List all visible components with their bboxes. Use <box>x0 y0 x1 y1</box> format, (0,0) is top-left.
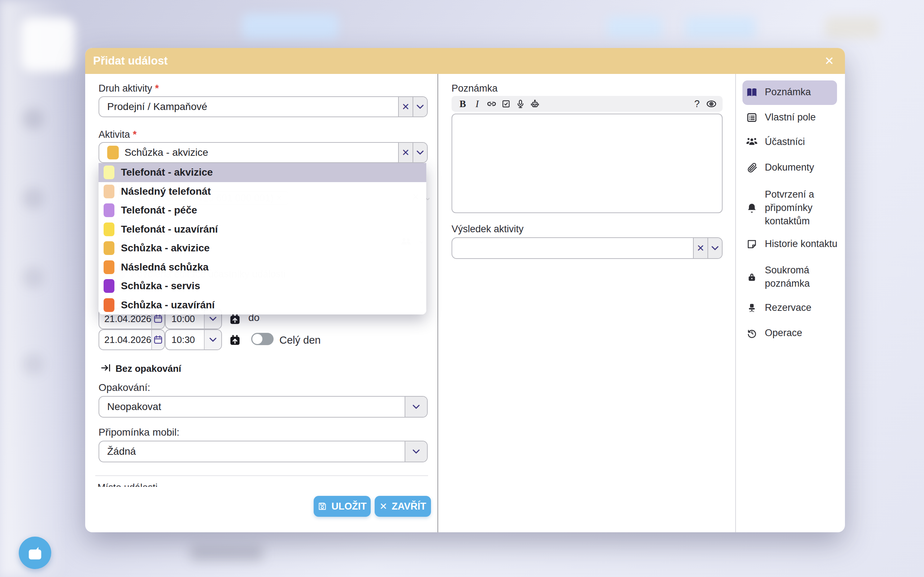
result-dropdown-button[interactable] <box>708 238 722 258</box>
bold-button[interactable]: B <box>457 98 469 110</box>
book-open-icon <box>745 86 759 98</box>
option-color-swatch <box>103 241 115 255</box>
link-button[interactable] <box>485 98 498 110</box>
calendar-icon <box>153 335 163 345</box>
paperclip-icon <box>745 162 759 174</box>
calendar-icon <box>153 314 163 324</box>
dropdown-option[interactable]: Telefonát - akvizice <box>99 163 426 182</box>
time-to-dropdown-button[interactable] <box>204 330 221 350</box>
dropdown-option[interactable]: Schůzka - uzavírání <box>99 296 426 315</box>
ai-assistant-button[interactable] <box>529 98 541 110</box>
date-to-value: 21.04.2026 <box>99 330 151 350</box>
clear-x-icon: ✕ <box>402 147 410 158</box>
chevron-down-icon <box>209 337 217 342</box>
option-color-swatch <box>103 185 115 198</box>
dropdown-option[interactable]: Následná schůzka <box>99 258 426 277</box>
background-toolbar-blob-3 <box>685 16 756 38</box>
option-color-swatch <box>103 260 115 274</box>
eye-icon <box>706 98 717 109</box>
sidebar-item-ucastnici[interactable]: Účastníci <box>745 135 922 148</box>
aktivita-value-wrap: Schůzka - akvizice <box>99 143 398 162</box>
sidebar-item-rezervace[interactable]: Rezervace <box>745 301 922 314</box>
preview-button[interactable] <box>705 98 717 110</box>
result-select[interactable]: ✕ <box>452 237 723 259</box>
chat-launcher-button[interactable] <box>19 537 51 569</box>
chevron-down-icon <box>416 150 424 155</box>
reminder-label: Připomínka mobil: <box>99 427 179 438</box>
repeat-dropdown-button[interactable] <box>405 397 427 417</box>
lock-icon <box>745 272 759 282</box>
dropdown-option[interactable]: Následný telefonát <box>99 182 426 201</box>
option-color-swatch <box>103 298 115 312</box>
close-x-icon: ✕ <box>380 501 387 512</box>
reminder-value: Žádná <box>99 442 405 462</box>
repeat-select[interactable]: Neopakovat <box>99 396 428 417</box>
result-value <box>452 238 693 258</box>
divider-sidebar <box>735 74 736 532</box>
note-label: Poznámka <box>452 83 498 94</box>
microphone-icon <box>516 99 525 108</box>
add-event-modal: Přidat událost ✕ Druh aktivity* Prodejní… <box>85 48 845 532</box>
background-bottom-smudge <box>191 545 263 561</box>
clear-x-icon: ✕ <box>696 243 704 254</box>
sidebar-item-soukroma-poznamka[interactable]: Soukromá poznámka <box>745 264 922 290</box>
background-toolbar-blob-1 <box>242 14 339 40</box>
sidebar-item-dokumenty[interactable]: Dokumenty <box>745 161 922 174</box>
result-label: Výsledek aktivity <box>452 224 524 235</box>
reminder-select[interactable]: Žádná <box>99 441 428 462</box>
microphone-button[interactable] <box>514 98 527 110</box>
chair-icon <box>745 303 759 313</box>
chevron-down-icon <box>412 449 420 454</box>
aktivita-dropdown-button[interactable] <box>412 143 427 162</box>
dropdown-option[interactable]: Telefonát - péče <box>99 201 426 220</box>
modal-close-button[interactable]: ✕ <box>824 54 834 68</box>
history-icon <box>745 328 759 338</box>
sidebar-item-vlastni-pole[interactable]: Vlastní pole <box>745 111 922 124</box>
dropdown-option[interactable]: Telefonát - uzavírání <box>99 220 426 239</box>
divider-left-column <box>438 74 438 532</box>
chevron-down-icon <box>711 246 719 251</box>
sidebar-item-operace[interactable]: Operace <box>745 326 922 340</box>
option-color-swatch <box>103 222 115 236</box>
link-icon <box>486 98 497 109</box>
background-left-strip <box>0 0 67 577</box>
background-toolbar-blob-2 <box>607 16 662 38</box>
bell-icon <box>745 202 759 214</box>
sidebar-item-potvrzeni[interactable]: Potvrzení a připomínky kontaktům <box>745 188 922 228</box>
background-menu-smudge-2 <box>23 187 44 209</box>
time-to-input[interactable]: 10:30 <box>165 329 222 350</box>
option-color-swatch <box>103 203 115 217</box>
activity-color-swatch <box>107 146 119 160</box>
result-clear-button[interactable]: ✕ <box>693 238 708 258</box>
aktivita-value: Schůzka - akvizice <box>124 147 208 158</box>
checkbox-button[interactable] <box>500 98 512 110</box>
background-logo <box>21 17 75 71</box>
save-button[interactable]: ULOŽIT <box>313 496 371 517</box>
option-color-swatch <box>103 166 115 179</box>
custom-fields-icon <box>745 112 759 123</box>
screen: Přidat událost ✕ Druh aktivity* Prodejní… <box>0 0 924 577</box>
aktivita-clear-button[interactable]: ✕ <box>398 143 412 162</box>
chevron-down-icon <box>209 316 217 321</box>
people-icon <box>745 136 759 148</box>
dropdown-option[interactable]: Schůzka - akvizice <box>99 239 426 258</box>
background-toolbar-blob-4 <box>825 16 879 38</box>
close-button[interactable]: ✕ ZAVŘÍT <box>375 496 431 517</box>
date-to-input[interactable]: 21.04.2026 <box>99 329 165 350</box>
time-to-value: 10:30 <box>166 330 204 350</box>
reminder-dropdown-button[interactable] <box>405 442 427 462</box>
sidebar-item-historie[interactable]: Historie kontaktu <box>745 237 922 251</box>
background-menu-smudge-4 <box>23 353 44 375</box>
dropdown-option[interactable]: Schůzka - servis <box>99 277 426 296</box>
chat-bubble-icon <box>27 545 43 561</box>
aktivita-select[interactable]: Schůzka - akvizice ✕ <box>99 142 428 163</box>
activity-dropdown-list: Telefonát - akvizice Následný telefonát … <box>99 163 426 314</box>
checkbox-icon <box>501 99 511 108</box>
date-to-calendar-button[interactable] <box>151 330 164 350</box>
background-menu-smudge-3 <box>23 267 44 288</box>
help-button[interactable]: ? <box>691 98 703 110</box>
italic-button[interactable]: I <box>471 98 483 110</box>
note-textarea[interactable] <box>452 114 723 213</box>
note-toolbar: B I ? <box>452 96 723 112</box>
sidebar-item-poznamka[interactable]: Poznámka <box>745 85 922 99</box>
